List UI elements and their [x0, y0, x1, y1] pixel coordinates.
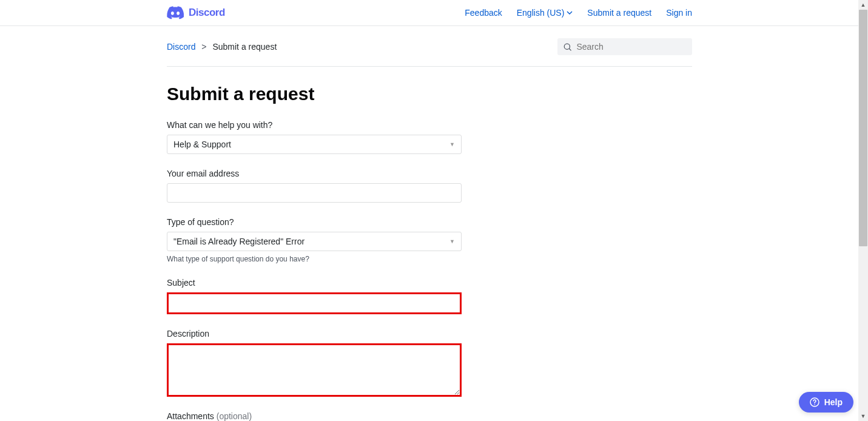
email-input[interactable] [167, 183, 462, 203]
label-help-with: What can we help you with? [167, 120, 692, 130]
breadcrumb-home[interactable]: Discord [167, 42, 195, 52]
help-icon [810, 397, 819, 407]
top-row: Discord > Submit a request [167, 38, 692, 67]
label-attachments-text: Attachments [167, 411, 214, 421]
label-attachments: Attachments (optional) [167, 411, 692, 421]
nav-language-label: English (US) [517, 8, 565, 18]
select-question-type[interactable]: "Email is Already Registered" Error ▼ [167, 232, 462, 251]
select-help-with[interactable]: Help & Support ▼ [167, 135, 462, 154]
nav-sign-in[interactable]: Sign in [666, 8, 692, 18]
label-subject: Subject [167, 278, 692, 288]
search-box[interactable] [557, 38, 692, 55]
page-title: Submit a request [167, 84, 692, 104]
header: Discord Feedback English (US) Submit a r… [0, 0, 859, 26]
svg-point-3 [814, 404, 815, 405]
scroll-up-icon[interactable]: ▲ [858, 0, 868, 10]
svg-point-0 [564, 44, 570, 49]
label-attachments-optional: (optional) [217, 411, 252, 421]
label-email: Your email address [167, 169, 692, 178]
field-attachments: Attachments (optional) Add file or drop … [167, 411, 692, 421]
hint-question-type: What type of support question do you hav… [167, 255, 692, 263]
nav-language[interactable]: English (US) [517, 8, 573, 18]
scroll-down-icon[interactable]: ▼ [858, 411, 868, 421]
logo[interactable]: Discord [167, 6, 225, 19]
field-subject: Subject [167, 278, 692, 314]
discord-logo-icon [167, 6, 184, 19]
search-input[interactable] [576, 42, 686, 52]
breadcrumb-current: Submit a request [212, 42, 277, 52]
help-widget-label: Help [824, 397, 843, 407]
breadcrumb-separator: > [201, 42, 206, 52]
chevron-down-icon [567, 10, 573, 16]
select-question-type-value: "Email is Already Registered" Error [173, 237, 304, 246]
label-description: Description [167, 329, 692, 338]
label-question-type: Type of question? [167, 217, 692, 227]
field-email: Your email address [167, 169, 692, 203]
search-icon [564, 42, 571, 52]
vertical-scrollbar[interactable]: ▲ ▼ [858, 0, 868, 421]
subject-input[interactable] [167, 292, 462, 314]
breadcrumb: Discord > Submit a request [167, 42, 277, 52]
scrollbar-thumb[interactable] [859, 10, 867, 246]
nav-feedback[interactable]: Feedback [465, 8, 502, 18]
field-description: Description [167, 329, 692, 397]
description-textarea[interactable] [167, 343, 462, 397]
chevron-down-icon: ▼ [449, 238, 455, 244]
svg-line-1 [569, 49, 571, 50]
help-widget-button[interactable]: Help [799, 392, 853, 413]
nav-submit-request[interactable]: Submit a request [587, 8, 651, 18]
brand-text: Discord [189, 7, 225, 19]
field-question-type: Type of question? "Email is Already Regi… [167, 217, 692, 263]
field-help-with: What can we help you with? Help & Suppor… [167, 120, 692, 154]
header-nav: Feedback English (US) Submit a request S… [465, 8, 692, 18]
select-help-with-value: Help & Support [173, 140, 231, 149]
chevron-down-icon: ▼ [449, 141, 455, 147]
